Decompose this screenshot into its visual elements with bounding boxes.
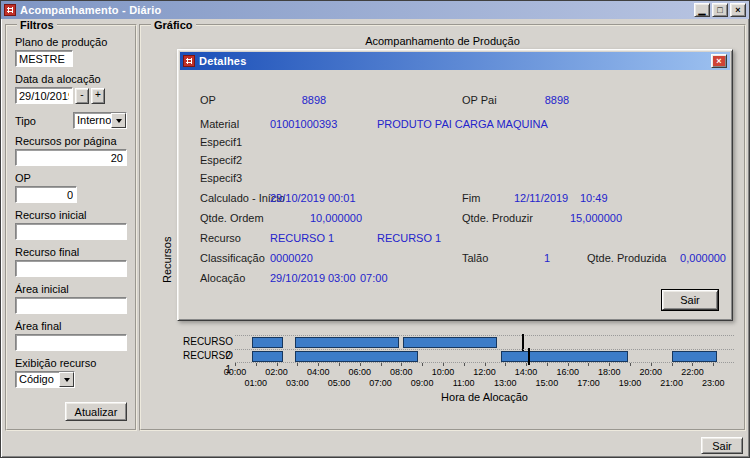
dlg-material-desc: PRODUTO PAI CARGA MAQUINA (377, 118, 548, 130)
x-tick-label: 19:00 (619, 378, 642, 388)
exibicao-selected-value: Código (16, 372, 59, 387)
tick-mark (713, 363, 714, 366)
chevron-down-icon[interactable] (111, 113, 126, 128)
dlg-classificacao-value: 0000020 (270, 252, 313, 264)
tipo-select[interactable]: Interno (73, 112, 127, 129)
plano-producao-label: Plano de produção (15, 36, 127, 48)
date-minus-button[interactable]: - (75, 88, 89, 104)
x-tick-label: 14:00 (515, 367, 538, 377)
tick-mark (277, 363, 278, 366)
dlg-calculado-time: 00:01 (328, 192, 356, 204)
x-tick-label: 22:00 (681, 367, 704, 377)
tick-mark (318, 363, 319, 366)
x-tick-label: 16:00 (556, 367, 579, 377)
dialog-sair-button[interactable]: Sair (662, 290, 718, 310)
recurso-final-input[interactable] (15, 260, 127, 277)
gantt-bar[interactable] (295, 337, 399, 348)
dlg-especif1-label: Especif1 (200, 136, 242, 148)
tipo-selected-value: Interno (74, 113, 111, 128)
main-titlebar[interactable]: Acompanhamento - Diário ▁ □ × (1, 1, 749, 19)
gantt-bar[interactable] (252, 337, 283, 348)
area-inicial-label: Área inicial (15, 283, 127, 295)
x-tick-label: 00:00 (224, 367, 247, 377)
classificacao-row: Classificação 0000020 Talão 1 Qtde. Prod… (180, 252, 730, 266)
chart-title: Acompanhamento de Produção (141, 35, 744, 47)
data-alocacao-row: - + (15, 87, 127, 104)
window-controls: ▁ □ × (694, 3, 746, 17)
chart-group-title: Gráfico (151, 19, 196, 31)
gantt-bar[interactable] (295, 351, 418, 362)
plano-producao-input[interactable] (15, 50, 73, 67)
dlg-qtde-produzir-label: Qtde. Produzir (462, 212, 533, 224)
tick-mark (360, 363, 361, 366)
x-tick-label: 08:00 (390, 367, 413, 377)
app-icon (4, 4, 16, 16)
tick-mark (297, 363, 298, 366)
tick-mark (422, 363, 423, 366)
gantt-bar[interactable] (252, 351, 283, 362)
calculado-row: Calculado - Início 29/10/2019 00:01 Fim … (180, 192, 730, 206)
dlg-fim-time: 10:49 (580, 192, 608, 204)
data-alocacao-input[interactable] (15, 87, 73, 104)
window-title: Acompanhamento - Diário (20, 4, 694, 16)
gantt-bar[interactable] (403, 337, 497, 348)
dialog-body: OP 8898 OP Pai 8898 Material 01001000393… (180, 72, 730, 318)
x-tick-label: 10:00 (432, 367, 455, 377)
recurso-inicial-input[interactable] (15, 223, 127, 240)
tick-mark (443, 363, 444, 366)
dlg-fim-label: Fim (462, 192, 480, 204)
dlg-alocacao-date: 29/10/2019 (270, 272, 325, 284)
dlg-recurso-label: Recurso (200, 232, 241, 244)
qtde-row: Qtde. Ordem 10,000000 Qtde. Produzir 15,… (180, 212, 730, 226)
chevron-down-icon[interactable] (59, 372, 74, 387)
gantt-bar[interactable] (501, 351, 628, 362)
dlg-qtde-ordem-label: Qtde. Ordem (200, 212, 264, 224)
dlg-especif3-label: Especif3 (200, 172, 242, 184)
data-alocacao-label: Data da alocação (15, 73, 127, 85)
dlg-recurso-value1: RECURSO 1 (270, 232, 334, 244)
close-button[interactable]: × (730, 3, 746, 17)
area-final-input[interactable] (15, 334, 127, 351)
atualizar-button[interactable]: Atualizar (65, 402, 127, 421)
op-input[interactable] (15, 186, 77, 203)
gantt-bar[interactable] (672, 351, 718, 362)
dlg-op-pai-label: OP Pai (462, 94, 497, 106)
tick-mark (630, 363, 631, 366)
maximize-button[interactable]: □ (712, 3, 728, 17)
x-tick-label: 21:00 (660, 378, 683, 388)
x-tick-label: 20:00 (640, 367, 663, 377)
tick-mark (464, 363, 465, 366)
dlg-talao-value: 1 (538, 252, 556, 264)
x-tick-label: 01:00 (245, 378, 268, 388)
area-inicial-input[interactable] (15, 297, 127, 314)
filters-title: Filtros (17, 19, 57, 31)
minimize-button[interactable]: ▁ (694, 3, 710, 17)
tick-mark (256, 363, 257, 366)
dlg-alocacao-label: Alocação (200, 272, 245, 284)
recursos-por-pagina-input[interactable] (15, 149, 127, 166)
y-axis-label: Recursos (161, 237, 173, 283)
dlg-op-label: OP (200, 94, 216, 106)
x-tick-label: 23:00 (702, 378, 725, 388)
x-tick-label: 04:00 (307, 367, 330, 377)
exibicao-recurso-select[interactable]: Código (15, 371, 75, 388)
dialog-titlebar[interactable]: Detalhes × (180, 52, 730, 70)
dlg-alocacao-time2: 07:00 (360, 272, 388, 284)
especif1-row: Especif1 (180, 136, 730, 150)
dlg-qtde-produzida-value: 0,000000 (650, 252, 726, 264)
gantt-track (235, 335, 734, 349)
alocacao-row: Alocação 29/10/2019 03:00 07:00 (180, 272, 730, 286)
op-label: OP (15, 172, 127, 184)
dlg-classificacao-label: Classificação (200, 252, 265, 264)
tick-mark (672, 363, 673, 366)
dlg-op-pai-value: 8898 (535, 94, 579, 106)
x-tick-label: 09:00 (411, 378, 434, 388)
tick-mark (651, 363, 652, 366)
dlg-op-value: 8898 (292, 94, 336, 106)
main-sair-button[interactable]: Sair (701, 437, 743, 454)
tick-mark (568, 363, 569, 366)
dlg-qtde-ordem-value: 10,000000 (278, 212, 362, 224)
date-plus-button[interactable]: + (91, 88, 105, 104)
tick-mark (609, 363, 610, 366)
dialog-close-button[interactable]: × (711, 54, 727, 68)
